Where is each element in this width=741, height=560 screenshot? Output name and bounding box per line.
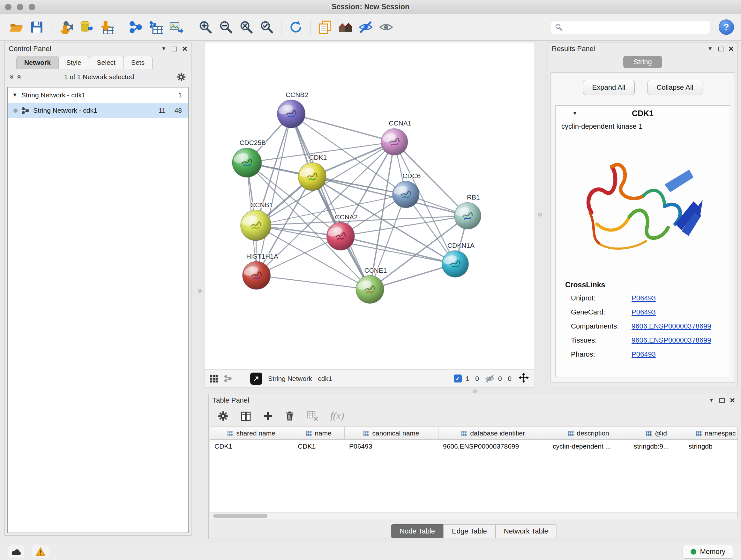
- tab-network-table[interactable]: Network Table: [495, 524, 557, 538]
- delete-column-icon[interactable]: [285, 411, 294, 421]
- hidden-eye-icon[interactable]: [485, 374, 494, 383]
- crosslink-link[interactable]: P06493: [631, 308, 656, 316]
- network-node-cdk1[interactable]: CDK1: [298, 153, 327, 191]
- network-node-cdc6[interactable]: CDC6: [393, 172, 421, 208]
- crosslink-link[interactable]: 9606.ENSP00000378699: [631, 322, 711, 330]
- table-cell[interactable]: stringdb: [684, 440, 738, 453]
- network-graph[interactable]: CCNB2CCNA1CDC25BCDK1CDC6RB1CCNB1CCNA2CDK…: [205, 43, 534, 369]
- network-collection-row[interactable]: ▼ String Network - cdk1 1: [8, 87, 188, 103]
- tab-sets[interactable]: Sets: [123, 56, 152, 69]
- network-node-ccna1[interactable]: CCNA1: [381, 119, 411, 155]
- table-cell[interactable]: stringdb:9...: [629, 440, 684, 453]
- save-session-button[interactable]: [27, 17, 46, 37]
- network-canvas[interactable]: CCNB2CCNA1CDC25BCDK1CDC6RB1CCNB1CCNA2CDK…: [204, 42, 534, 370]
- horizontal-scrollbar[interactable]: [210, 512, 738, 519]
- zoom-window-button[interactable]: [29, 4, 35, 10]
- selected-checkbox-icon[interactable]: ✓: [454, 374, 462, 382]
- expand-all-icon[interactable]: «: [16, 75, 23, 79]
- tab-network[interactable]: Network: [16, 56, 59, 69]
- collapse-icon[interactable]: ▼: [572, 110, 578, 117]
- add-column-icon[interactable]: [263, 411, 273, 421]
- column-header-name[interactable]: name: [293, 427, 345, 439]
- zoom-out-button[interactable]: [217, 17, 235, 37]
- panel-menu-arrow-icon[interactable]: ▼: [161, 46, 166, 52]
- tab-style[interactable]: Style: [58, 56, 89, 69]
- gear-icon[interactable]: [177, 72, 186, 82]
- open-in-new-button[interactable]: [250, 373, 262, 385]
- splitter-handle[interactable]: [473, 389, 477, 393]
- crosslink-link[interactable]: P06493: [631, 294, 656, 302]
- table-row[interactable]: CDK1CDK1P064939606.ENSP00000378699cyclin…: [210, 440, 738, 453]
- column-header--id[interactable]: @id: [629, 427, 684, 439]
- network-edge[interactable]: [312, 177, 468, 216]
- network-row-selected[interactable]: String Network - cdk1 11 48: [8, 103, 188, 118]
- column-header-shared-name[interactable]: shared name: [210, 427, 293, 439]
- splitter-handle[interactable]: [538, 212, 542, 216]
- show-details-button[interactable]: [377, 17, 395, 37]
- crosslink-link[interactable]: P06493: [631, 350, 656, 359]
- minimize-window-button[interactable]: [17, 4, 23, 10]
- scrollbar-thumb[interactable]: [213, 514, 267, 518]
- search-box[interactable]: [551, 20, 711, 34]
- column-header-description[interactable]: description: [548, 427, 629, 439]
- tab-node-table[interactable]: Node Table: [391, 524, 444, 538]
- search-input[interactable]: [566, 23, 706, 31]
- network-node-ccnb1[interactable]: CCNB1: [241, 201, 273, 241]
- crosshair-icon[interactable]: [519, 373, 529, 384]
- copy-document-button[interactable]: [316, 17, 334, 37]
- table-cell[interactable]: CDK1: [210, 440, 293, 453]
- import-network-from-file-button[interactable]: [57, 17, 75, 37]
- panel-float-button[interactable]: [172, 47, 177, 51]
- memory-button[interactable]: Memory: [683, 545, 733, 559]
- panel-float-button[interactable]: [718, 47, 724, 51]
- network-edge[interactable]: [257, 275, 370, 290]
- birds-eye-icon[interactable]: [224, 374, 232, 383]
- zoom-in-button[interactable]: [196, 17, 215, 37]
- import-table-from-file-button[interactable]: [97, 17, 116, 37]
- hide-details-button[interactable]: [356, 17, 375, 37]
- column-header-namespac[interactable]: namespac: [684, 427, 738, 439]
- window-controls[interactable]: [5, 4, 35, 10]
- apply-layout-button[interactable]: [286, 17, 305, 37]
- first-neighbors-button[interactable]: [336, 17, 354, 37]
- grid-view-icon[interactable]: [210, 374, 218, 383]
- network-node-cdc25b[interactable]: CDC25B: [232, 139, 266, 177]
- function-builder-button[interactable]: f(x): [330, 410, 344, 422]
- network-node-ccna2[interactable]: CCNA2: [327, 213, 357, 250]
- table-cell[interactable]: P06493: [345, 440, 439, 453]
- cloud-status-button[interactable]: [8, 545, 25, 558]
- network-edge[interactable]: [291, 114, 394, 142]
- network-edge[interactable]: [257, 114, 291, 275]
- network-node-rb1[interactable]: RB1: [454, 193, 481, 229]
- panel-float-button[interactable]: [719, 398, 725, 403]
- new-network-button[interactable]: [126, 17, 145, 37]
- show-columns-icon[interactable]: [241, 411, 251, 422]
- table-cell[interactable]: CDK1: [293, 440, 345, 453]
- new-network-from-table-button[interactable]: [147, 17, 165, 37]
- table-cell[interactable]: 9606.ENSP00000378699: [439, 440, 548, 453]
- crosslink-link[interactable]: 9606.ENSP00000378699: [631, 336, 711, 345]
- collapse-all-icon[interactable]: »: [8, 75, 16, 79]
- network-edge[interactable]: [291, 114, 370, 290]
- open-session-button[interactable]: [7, 17, 25, 37]
- panel-close-button[interactable]: ×: [182, 44, 187, 53]
- column-header-database-identifier[interactable]: database identifier: [439, 427, 548, 439]
- table-cell[interactable]: cyclin-dependent ...: [548, 440, 629, 453]
- tab-edge-table[interactable]: Edge Table: [443, 524, 495, 538]
- expand-all-button[interactable]: Expand All: [583, 80, 635, 95]
- panel-menu-arrow-icon[interactable]: ▼: [708, 46, 713, 52]
- panel-close-button[interactable]: ×: [729, 44, 734, 53]
- collapse-icon[interactable]: ▼: [12, 92, 17, 98]
- zoom-fit-button[interactable]: [237, 17, 256, 37]
- close-window-button[interactable]: [5, 4, 11, 10]
- panel-menu-arrow-icon[interactable]: ▼: [709, 397, 714, 403]
- collapse-all-button[interactable]: Collapse All: [648, 80, 703, 95]
- tab-string[interactable]: String: [623, 56, 662, 68]
- splitter-handle[interactable]: [198, 289, 202, 293]
- network-node-hist1h1a[interactable]: HIST1H1A: [243, 253, 278, 290]
- zoom-selected-button[interactable]: [258, 17, 276, 37]
- tab-select[interactable]: Select: [89, 56, 124, 69]
- delete-table-icon[interactable]: [307, 411, 318, 421]
- help-button[interactable]: ?: [719, 19, 734, 35]
- network-edge[interactable]: [256, 114, 291, 226]
